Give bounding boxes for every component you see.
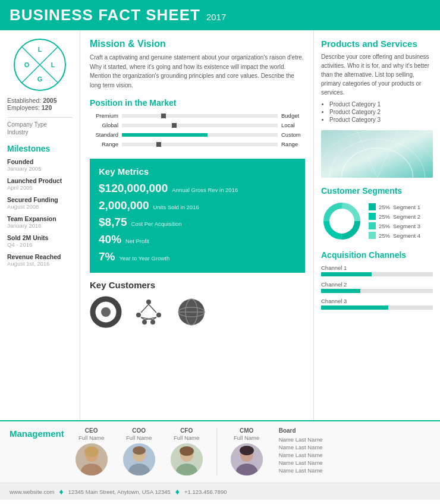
donut-chart xyxy=(321,200,363,242)
company-type: Company Type xyxy=(7,121,73,128)
footer-dot-1: ♦ xyxy=(59,487,64,496)
acq-bar-fill-0 xyxy=(321,272,372,276)
acq-row-2: Channel 3 xyxy=(321,298,433,310)
seg-1-color xyxy=(369,213,376,220)
milestone-3-title: Team Expansion xyxy=(7,215,73,222)
mgmt-person-2: CFO Full Name xyxy=(166,427,207,475)
cmo-avatar-img xyxy=(231,443,263,475)
ceo-role: CEO xyxy=(71,427,112,434)
product-1: Product Category 2 xyxy=(329,109,433,115)
acq-row-0: Channel 1 xyxy=(321,264,433,276)
svg-point-8 xyxy=(146,300,151,304)
chart-row-0: Premium Budget xyxy=(90,112,305,119)
seg-0: 25% Segment 1 xyxy=(369,203,420,210)
metric-3-val: 40% xyxy=(99,233,121,245)
coo-role: COO xyxy=(119,427,159,434)
footer-phone: +1.123.456.7890 xyxy=(184,489,227,495)
main-content: L O L G Established: 2005 Employees: 120… xyxy=(0,30,440,420)
customer-icon-3 xyxy=(175,296,208,328)
milestone-5-date: August 1st, 2016 xyxy=(7,260,73,267)
management-section: Management CEO Full Name COO Full Name xyxy=(0,420,440,483)
metric-4-label: Year to Year Growth xyxy=(120,255,170,262)
cmo-avatar xyxy=(231,443,263,475)
chart-label-2-left: Standard xyxy=(90,131,118,138)
svg-point-10 xyxy=(156,313,161,317)
seg-3-label: Segment 4 xyxy=(393,232,420,239)
cmo-name: Full Name xyxy=(227,434,267,441)
acq-bar-fill-2 xyxy=(321,305,388,310)
milestone-4: Sold 2M Units Q4 - 2016 xyxy=(7,234,73,248)
metric-1-label: Units Sold in 2016 xyxy=(153,204,199,210)
divider-1 xyxy=(7,117,73,118)
chart-row-3: Range Range xyxy=(90,141,305,147)
milestone-4-date: Q4 - 2016 xyxy=(7,241,73,248)
metric-0-val: $120,000,000 xyxy=(99,182,168,194)
mission-title: Mission & Vision xyxy=(90,39,305,49)
metric-1: 2,000,000 Units Sold in 2016 xyxy=(99,199,296,213)
header-title: BUSINESS FACT SHEET xyxy=(10,6,200,24)
chart-bar-fill-2 xyxy=(122,133,208,137)
board-4: Name Last Name xyxy=(279,467,334,474)
acq-row-1: Channel 2 xyxy=(321,281,433,293)
chart-label-3-left: Range xyxy=(90,141,118,147)
chart-marker-0 xyxy=(161,114,166,118)
metric-0: $120,000,000 Annual Gross Rev in 2016 xyxy=(99,181,296,196)
product-image xyxy=(321,130,433,178)
acq-bar-bg-1 xyxy=(321,289,433,293)
seg-3-pct: 25% xyxy=(379,232,390,239)
chart-label-2-right: Custom xyxy=(281,131,305,138)
mgmt-person-0: CEO Full Name xyxy=(71,427,112,475)
mgmt-person-3: CMO Full Name xyxy=(227,427,267,475)
product-list: Product Category 1 Product Category 2 Pr… xyxy=(321,101,433,124)
header-year: 2017 xyxy=(206,12,226,22)
milestone-5-title: Revenue Reached xyxy=(7,253,73,260)
milestone-2: Secured Funding August 2008 xyxy=(7,196,73,210)
svg-text:L: L xyxy=(51,61,55,68)
milestone-4-title: Sold 2M Units xyxy=(7,234,73,241)
cfo-avatar xyxy=(171,443,203,475)
product-image-svg xyxy=(321,130,433,178)
coo-name: Full Name xyxy=(119,434,159,441)
svg-line-13 xyxy=(141,304,149,313)
cfo-role: CFO xyxy=(166,427,207,434)
metric-3-label: Net Profit xyxy=(125,238,149,244)
svg-point-11 xyxy=(142,320,147,325)
svg-point-12 xyxy=(150,320,155,325)
acq-label-0: Channel 1 xyxy=(321,264,433,271)
seg-3: 25% Segment 4 xyxy=(369,232,420,239)
metric-1-val: 2,000,000 xyxy=(99,199,149,212)
ceo-avatar-img xyxy=(76,443,108,475)
sidebar: L O L G Established: 2005 Employees: 120… xyxy=(0,30,80,420)
milestone-2-date: August 2008 xyxy=(7,203,73,210)
right-column: Products and Services Describe your core… xyxy=(313,30,440,420)
center-column: Mission & Vision Craft a captivating and… xyxy=(80,30,313,420)
acq-bar-fill-1 xyxy=(321,289,360,293)
svg-point-48 xyxy=(180,446,194,456)
employees-label: Employees: xyxy=(7,104,40,111)
svg-point-44 xyxy=(133,446,146,455)
cfo-name: Full Name xyxy=(166,434,207,441)
market-title: Position in the Market xyxy=(90,98,305,108)
chart-label-0-right: Budget xyxy=(281,112,305,119)
svg-text:O: O xyxy=(24,61,30,68)
metric-2: $8,75 Cost Per Acquisition xyxy=(99,215,296,230)
milestone-1: Launched Product April 2005 xyxy=(7,177,73,191)
chart-row-2: Standard Custom xyxy=(90,131,305,138)
chart-label-1-right: Local xyxy=(281,122,305,128)
position-chart: Premium Budget Global Local Standard xyxy=(90,112,305,150)
svg-point-36 xyxy=(331,210,353,232)
key-customers-title: Key Customers xyxy=(90,280,305,290)
metric-3: 40% Net Profit xyxy=(99,232,296,247)
seg-chart-area: 25% Segment 1 25% Segment 2 25% Segment … xyxy=(321,200,433,242)
management-title: Management xyxy=(10,427,64,439)
cfo-avatar-img xyxy=(171,443,203,475)
board-1: Name Last Name xyxy=(279,444,334,451)
ceo-avatar xyxy=(76,443,108,475)
seg-2-pct: 25% xyxy=(379,223,390,229)
seg-2-label: Segment 3 xyxy=(393,223,420,229)
metric-4: 7% Year to Year Growth xyxy=(99,250,296,264)
metric-4-val: 7% xyxy=(99,250,115,263)
chart-marker-3 xyxy=(156,142,161,147)
logo-box: L O L G xyxy=(14,39,66,91)
milestone-3: Team Expansion January 2016 xyxy=(7,215,73,229)
